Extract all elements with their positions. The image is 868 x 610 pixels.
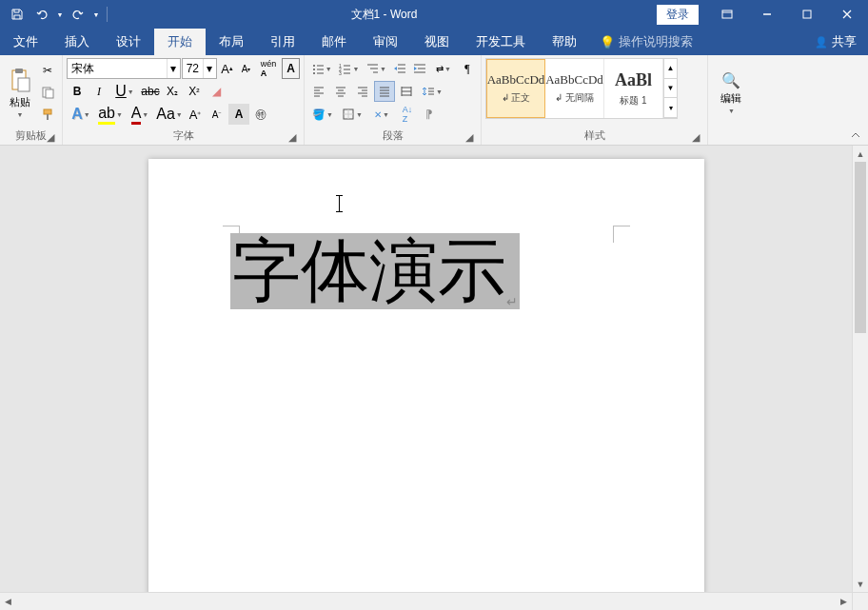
bold-button[interactable]: B xyxy=(67,81,88,102)
show-all-button[interactable]: ⁋ xyxy=(419,104,440,125)
grow-font2-button[interactable]: A⁺ xyxy=(185,104,206,125)
text-effects-button[interactable]: A▼ xyxy=(67,104,95,125)
increase-indent-button[interactable] xyxy=(410,58,429,79)
paste-button[interactable]: 粘贴 ▼ xyxy=(4,58,35,127)
grow-font-button[interactable]: A▴ xyxy=(218,58,236,79)
tab-developer[interactable]: 开发工具 xyxy=(463,29,539,55)
styles-dialog-launcher[interactable]: ◢ xyxy=(690,131,701,143)
distributed-button[interactable] xyxy=(396,81,417,102)
brush-icon xyxy=(41,108,54,121)
cut-button[interactable]: ✂ xyxy=(37,60,58,81)
redo-icon[interactable] xyxy=(67,3,89,26)
subscript-button[interactable]: X₂ xyxy=(162,81,183,102)
paragraph-dialog-launcher[interactable]: ◢ xyxy=(464,131,475,143)
scroll-right-button[interactable]: ▶ xyxy=(836,593,852,610)
undo-dropdown-icon[interactable]: ▼ xyxy=(55,3,65,26)
numbering-button[interactable]: 123▼ xyxy=(336,58,363,79)
asian-layout-button[interactable]: ⇄▼ xyxy=(430,58,457,79)
undo-icon[interactable] xyxy=(30,3,53,26)
style-normal[interactable]: AaBbCcDd ↲ 正文 xyxy=(486,59,545,118)
gallery-down-button[interactable]: ▼ xyxy=(664,79,677,99)
tab-layout[interactable]: 布局 xyxy=(206,29,257,55)
gallery-more-button[interactable]: ▾ xyxy=(664,98,677,118)
font-name-combo[interactable]: 宋体▾ xyxy=(67,58,181,79)
chevron-down-icon[interactable]: ▾ xyxy=(167,59,180,78)
shading-button[interactable]: 🪣▼ xyxy=(308,104,337,125)
lightbulb-icon: 💡 xyxy=(600,35,615,49)
scroll-up-button[interactable]: ▲ xyxy=(853,146,868,162)
snap-to-grid-button[interactable]: ✕▼ xyxy=(367,104,396,125)
shrink-font2-button[interactable]: A⁻ xyxy=(207,104,227,125)
share-button[interactable]: 👤 共享 xyxy=(803,29,868,55)
tab-view[interactable]: 视图 xyxy=(411,29,463,55)
show-marks-button[interactable]: ¶ xyxy=(458,58,477,79)
decrease-indent-button[interactable] xyxy=(390,58,409,79)
maximize-icon[interactable] xyxy=(788,0,826,29)
chevron-down-icon[interactable]: ▾ xyxy=(203,59,216,78)
gallery-up-button[interactable]: ▲ xyxy=(664,59,677,79)
align-right-button[interactable] xyxy=(352,81,373,102)
minimize-icon[interactable] xyxy=(748,0,786,29)
strikethrough-button[interactable]: abc xyxy=(140,81,161,102)
qat-customize-icon[interactable]: ▼ xyxy=(91,3,101,26)
tab-review[interactable]: 审阅 xyxy=(360,29,411,55)
character-shading-button[interactable]: A xyxy=(228,104,249,125)
bullets-button[interactable]: ▼ xyxy=(308,58,335,79)
format-painter-button[interactable] xyxy=(37,104,58,125)
login-button[interactable]: 登录 xyxy=(657,5,699,25)
horizontal-scrollbar[interactable]: ◀ ▶ xyxy=(0,592,852,610)
phonetic-guide-button[interactable]: wénA xyxy=(256,58,281,79)
paint-bucket-icon: 🪣 xyxy=(312,108,326,121)
ribbon-display-icon[interactable] xyxy=(708,0,746,29)
style-nospacing[interactable]: AaBbCcDd ↲ 无间隔 xyxy=(545,59,604,118)
svg-rect-3 xyxy=(803,10,811,18)
superscript-button[interactable]: X² xyxy=(184,81,205,102)
multilevel-list-button[interactable]: ▼ xyxy=(363,58,389,79)
tab-mailings[interactable]: 邮件 xyxy=(308,29,360,55)
tell-me-search[interactable]: 💡 操作说明搜索 xyxy=(590,29,702,55)
svg-rect-10 xyxy=(46,89,53,98)
clear-formatting-button[interactable]: ◢ xyxy=(206,81,227,102)
tab-references[interactable]: 引用 xyxy=(257,29,308,55)
italic-button[interactable]: I xyxy=(89,81,109,102)
borders-button[interactable]: ▼ xyxy=(338,104,366,125)
align-left-button[interactable] xyxy=(308,81,329,102)
selected-text[interactable]: 字体演示↵ xyxy=(230,233,520,309)
underline-button[interactable]: U▼ xyxy=(110,81,139,102)
highlight-button[interactable]: ab▼ xyxy=(96,104,125,125)
tab-home[interactable]: 开始 xyxy=(154,29,206,55)
save-icon[interactable] xyxy=(6,3,29,26)
change-case-button[interactable]: Aa▼ xyxy=(155,104,184,125)
page[interactable]: 字体演示↵ xyxy=(148,159,704,592)
tab-design[interactable]: 设计 xyxy=(103,29,154,55)
align-center-button[interactable] xyxy=(330,81,351,102)
font-size-value: 72 xyxy=(183,62,203,75)
style-preview: AaBbCcDd xyxy=(487,72,545,88)
style-gallery: AaBbCcDd ↲ 正文 AaBbCcDd ↲ 无间隔 AaBl 标题 1 ▲… xyxy=(485,58,678,119)
sort-button[interactable]: A↓Z xyxy=(397,104,418,125)
copy-icon xyxy=(41,86,54,99)
tab-insert[interactable]: 插入 xyxy=(51,29,103,55)
tab-file[interactable]: 文件 xyxy=(0,29,51,55)
character-border-button[interactable]: A xyxy=(282,58,300,79)
scroll-left-button[interactable]: ◀ xyxy=(0,593,16,610)
style-label: ↲ 正文 xyxy=(502,91,531,105)
shrink-font-button[interactable]: A▾ xyxy=(237,58,255,79)
font-size-combo[interactable]: 72▾ xyxy=(182,58,217,79)
scroll-down-button[interactable]: ▼ xyxy=(853,576,868,592)
copy-button[interactable] xyxy=(37,82,58,103)
vertical-scrollbar[interactable]: ▲ ▼ xyxy=(852,146,868,592)
tab-help[interactable]: 帮助 xyxy=(539,29,590,55)
line-spacing-button[interactable]: ▼ xyxy=(418,81,446,102)
font-color-button[interactable]: A▼ xyxy=(126,104,154,125)
style-heading1[interactable]: AaBl 标题 1 xyxy=(604,59,663,118)
scroll-thumb[interactable] xyxy=(855,162,866,333)
enclose-characters-button[interactable]: ㊕ xyxy=(250,104,271,125)
document-area[interactable]: 字体演示↵ xyxy=(0,146,852,592)
collapse-ribbon-button[interactable] xyxy=(847,128,864,143)
align-justify-button[interactable] xyxy=(374,81,395,102)
close-icon[interactable] xyxy=(828,0,866,29)
editing-button[interactable]: 🔍 编辑 ▼ xyxy=(712,58,750,127)
clipboard-dialog-launcher[interactable]: ◢ xyxy=(45,131,56,143)
font-dialog-launcher[interactable]: ◢ xyxy=(286,131,298,143)
